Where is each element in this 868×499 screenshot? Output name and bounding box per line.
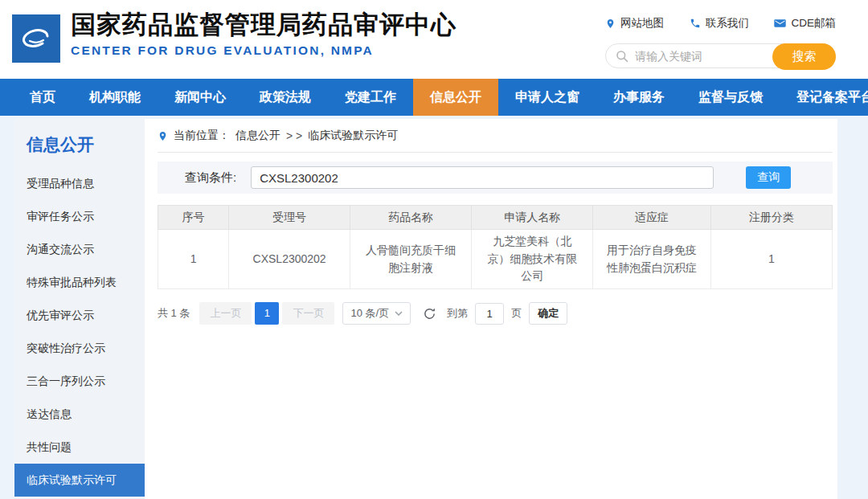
contact-link-label: 联系我们 (706, 16, 749, 31)
envelope-icon (774, 18, 786, 28)
search-button[interactable]: 搜索 (772, 43, 836, 70)
nav-item-functions[interactable]: 机构职能 (72, 79, 158, 116)
breadcrumb-section[interactable]: 信息公开 (235, 129, 280, 143)
query-label: 查询条件: (185, 170, 236, 186)
mailbox-link[interactable]: CDE邮箱 (774, 16, 836, 31)
goto-page-unit: 页 (511, 306, 522, 321)
mailbox-link-label: CDE邮箱 (791, 16, 836, 31)
nav-item-information-disclosure[interactable]: 信息公开 (413, 79, 498, 116)
contact-link[interactable]: 联系我们 (690, 16, 749, 31)
results-table: 序号 受理号 药品名称 申请人名称 适应症 注册分类 1 CXSL2300202… (158, 205, 833, 289)
site-title-block: 国家药品监督管理局药品审评中心 CENTER FOR DRUG EVALUATI… (71, 10, 457, 58)
nav-label: 登记备案平台 (796, 89, 868, 106)
nav-label: 首页 (30, 89, 55, 106)
query-bar: 查询条件: 查询 (158, 162, 833, 194)
phone-icon (690, 18, 701, 29)
sidebar-item-breakthrough-therapy[interactable]: 突破性治疗公示 (14, 332, 145, 365)
table-header-row: 序号 受理号 药品名称 申请人名称 适应症 注册分类 (158, 206, 833, 230)
nav-label: 办事服务 (613, 89, 665, 106)
cell-indication: 用于治疗自身免疫性肺泡蛋白沉积症 (593, 230, 711, 289)
pagination-total: 共 1 条 (158, 306, 190, 321)
cell-registration-class: 1 (710, 230, 832, 289)
sidebar: 信息公开 受理品种信息 审评任务公示 沟通交流公示 特殊审批品种列表 优先审评公… (14, 119, 145, 499)
sidebar-title: 信息公开 (14, 133, 145, 156)
search-input[interactable] (633, 45, 762, 67)
nav-label: 申请人之窗 (515, 89, 579, 106)
nav-item-party[interactable]: 党建工作 (328, 79, 413, 116)
header-search-box: 搜索 (605, 43, 836, 68)
confirm-button[interactable]: 确定 (529, 302, 567, 325)
sitemap-link-label: 网站地图 (620, 16, 664, 31)
query-input[interactable] (251, 166, 714, 189)
nav-item-registration-platform[interactable]: 登记备案平台 (780, 79, 868, 116)
col-header-acceptance-no: 受理号 (229, 206, 350, 230)
page-size-select[interactable]: 10 条/页 (342, 302, 411, 325)
nav-item-policies[interactable]: 政策法规 (243, 79, 328, 116)
prev-page-button[interactable]: 上一页 (199, 302, 252, 325)
refresh-button[interactable] (423, 307, 436, 321)
nav-item-home[interactable]: 首页 (13, 79, 72, 116)
breadcrumb: 当前位置：信息公开 > > 临床试验默示许可 (158, 129, 833, 153)
top-links: 网站地图 联系我们 CDE邮箱 (605, 16, 836, 31)
sidebar-item-clinical-trial-implied-license[interactable]: 临床试验默示许可 (14, 464, 145, 497)
cell-acceptance-no: CXSL2300202 (229, 230, 350, 289)
site-title-en: CENTER FOR DRUG EVALUATION, NMPA (71, 43, 457, 58)
location-pin-icon (605, 18, 616, 30)
nav-item-supervision[interactable]: 监督与反馈 (682, 79, 780, 116)
sidebar-item-three-in-one[interactable]: 三合一序列公示 (14, 365, 145, 398)
nav-label: 党建工作 (345, 89, 396, 106)
cell-seq: 1 (158, 230, 229, 289)
page-size-value: 10 条/页 (350, 306, 389, 321)
main-navbar: 首页 机构职能 新闻中心 政策法规 党建工作 信息公开 申请人之窗 办事服务 监… (0, 79, 868, 116)
col-header-indication: 适应症 (593, 206, 711, 230)
page-number-button[interactable]: 1 (255, 302, 279, 325)
goto-page-input[interactable] (475, 303, 504, 325)
cell-applicant: 九芝堂美科（北京）细胞技术有限公司 (472, 230, 593, 289)
col-header-registration-class: 注册分类 (710, 206, 832, 230)
nav-label: 政策法规 (260, 89, 311, 106)
sidebar-item-delivery-info[interactable]: 送达信息 (14, 398, 145, 431)
cde-swirl-logo-icon (12, 14, 60, 63)
pagination: 共 1 条 上一页 1 下一页 10 条/页 到第 页 确定 (158, 302, 833, 325)
cde-logo (12, 14, 60, 63)
sidebar-item-common-issues[interactable]: 共性问题 (14, 431, 145, 464)
sidebar-item-accepted-varieties[interactable]: 受理品种信息 (14, 167, 145, 200)
site-title-cn: 国家药品监督管理局药品审评中心 (71, 10, 457, 39)
nav-item-services[interactable]: 办事服务 (596, 79, 682, 116)
sidebar-item-special-approval[interactable]: 特殊审批品种列表 (14, 266, 145, 299)
sidebar-item-priority-review[interactable]: 优先审评公示 (14, 299, 145, 332)
nav-item-news[interactable]: 新闻中心 (158, 79, 243, 116)
nav-label: 机构职能 (89, 89, 141, 106)
sitemap-link[interactable]: 网站地图 (605, 16, 664, 31)
page-body: 信息公开 受理品种信息 审评任务公示 沟通交流公示 特殊审批品种列表 优先审评公… (14, 119, 837, 499)
nav-label: 信息公开 (430, 89, 481, 106)
breadcrumb-prefix: 当前位置： (174, 129, 230, 143)
query-button[interactable]: 查询 (746, 166, 791, 189)
nav-label: 监督与反馈 (698, 89, 763, 106)
chevron-down-icon (395, 311, 403, 316)
magnifier-icon (616, 50, 628, 63)
col-header-applicant: 申请人名称 (472, 206, 593, 230)
table-row: 1 CXSL2300202 人骨髓间充质干细胞注射液 九芝堂美科（北京）细胞技术… (158, 230, 833, 289)
header-right: 网站地图 联系我们 CDE邮箱 搜索 (605, 16, 836, 68)
sidebar-item-communication[interactable]: 沟通交流公示 (14, 233, 145, 266)
refresh-icon (423, 307, 436, 321)
breadcrumb-separator: > > (286, 129, 302, 142)
col-header-seq: 序号 (158, 206, 229, 230)
goto-page-label: 到第 (447, 306, 468, 321)
next-page-button[interactable]: 下一页 (282, 302, 334, 325)
sidebar-item-review-tasks[interactable]: 审评任务公示 (14, 200, 145, 233)
nav-item-applicant-window[interactable]: 申请人之窗 (498, 79, 596, 116)
breadcrumb-current: 临床试验默示许可 (308, 129, 398, 143)
main-content: 当前位置：信息公开 > > 临床试验默示许可 查询条件: 查询 序号 受理号 药… (145, 119, 837, 499)
nav-label: 新闻中心 (174, 89, 226, 106)
cell-drug-name: 人骨髓间充质干细胞注射液 (350, 230, 472, 289)
col-header-drug-name: 药品名称 (350, 206, 472, 230)
location-pin-icon (158, 130, 168, 142)
site-header: 国家药品监督管理局药品审评中心 CENTER FOR DRUG EVALUATI… (0, 0, 868, 79)
